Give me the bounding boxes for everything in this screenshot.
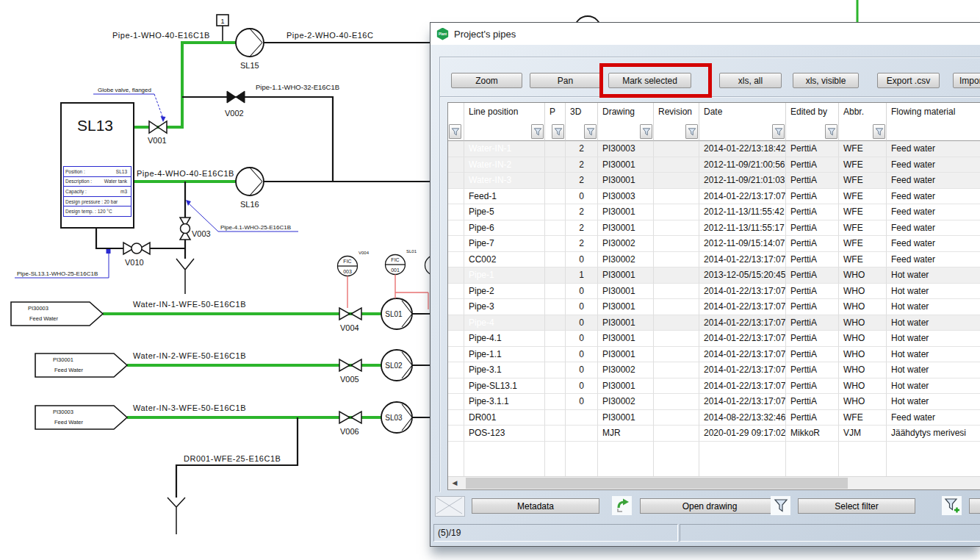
cell-drawing[interactable]: MJR xyxy=(598,426,654,442)
row-header-cell[interactable] xyxy=(448,378,464,395)
table-row[interactable]: Pipe-62PI300012012-11-13/11:55:17PerttiA… xyxy=(448,220,980,237)
cell-drawing[interactable]: PI30001 xyxy=(598,284,654,300)
cell-d3[interactable]: 2 xyxy=(566,173,598,189)
cell-d3[interactable]: 2 xyxy=(566,236,598,252)
cell-d3[interactable]: 0 xyxy=(566,331,598,347)
filter-cell[interactable] xyxy=(786,122,839,141)
cell-d3[interactable]: 0 xyxy=(566,189,598,205)
cell-line[interactable]: Pipe-2 xyxy=(464,284,545,300)
cell-line[interactable]: Pipe-3.1 xyxy=(464,362,545,378)
cell-date[interactable]: 2012-11-09/15:14:07 xyxy=(699,236,786,252)
cell-d3[interactable]: 0 xyxy=(566,299,598,315)
column-header[interactable]: Line position xyxy=(464,103,545,122)
filter-funnel-icon[interactable] xyxy=(825,124,837,139)
cell-abbr[interactable]: WHO xyxy=(839,299,887,315)
cell-revision[interactable] xyxy=(654,204,699,220)
cell-edited_by[interactable]: PerttiA xyxy=(786,394,839,410)
cell-revision[interactable] xyxy=(654,284,699,300)
cell-d3[interactable]: 2 xyxy=(566,220,598,237)
cell-date[interactable]: 2014-01-22/13:17:07 xyxy=(699,362,786,378)
cell-revision[interactable] xyxy=(654,410,699,426)
table-row[interactable]: Pipe-1.10PI300012014-01-22/13:17:07Pertt… xyxy=(448,347,980,363)
cell-line[interactable]: Pipe-7 xyxy=(464,236,545,252)
cell-p[interactable] xyxy=(545,157,566,173)
cell-line[interactable]: Water-IN-1 xyxy=(464,141,545,157)
cell-abbr[interactable]: WFE xyxy=(839,204,887,220)
cell-material[interactable]: Feed water xyxy=(887,141,980,157)
cell-revision[interactable] xyxy=(654,315,699,331)
cell-abbr[interactable]: WHO xyxy=(839,331,887,347)
cell-drawing[interactable]: PI30001 xyxy=(598,204,654,220)
filter-funnel-icon[interactable] xyxy=(873,124,885,139)
cell-abbr[interactable]: WFE xyxy=(839,410,887,426)
cell-d3[interactable]: 2 xyxy=(566,157,598,173)
row-header-cell[interactable] xyxy=(448,426,464,442)
table-row[interactable]: Water-IN-12PI300032014-01-22/13:18:42Per… xyxy=(448,141,980,157)
filter-cell[interactable] xyxy=(839,122,887,141)
cell-revision[interactable] xyxy=(654,252,699,268)
cell-p[interactable] xyxy=(545,252,566,268)
cell-abbr[interactable]: WHO xyxy=(839,284,887,300)
filter-funnel-icon[interactable] xyxy=(685,124,698,139)
column-header[interactable]: 3D xyxy=(566,103,598,122)
cell-edited_by[interactable]: PerttiA xyxy=(786,315,839,331)
cell-revision[interactable] xyxy=(654,426,699,442)
cell-edited_by[interactable]: PerttiA xyxy=(786,173,839,189)
filter-cell[interactable] xyxy=(545,122,566,141)
column-header[interactable]: Date xyxy=(699,103,786,122)
table-row[interactable]: Pipe-20PI300012014-01-22/13:17:07PerttiA… xyxy=(448,284,980,300)
cell-line[interactable]: DR001 xyxy=(464,410,545,426)
column-header[interactable]: Flowing material xyxy=(887,103,980,122)
cell-d3[interactable]: 0 xyxy=(566,362,598,378)
cell-drawing[interactable]: PI30001 xyxy=(598,347,654,363)
cell-p[interactable] xyxy=(545,394,566,410)
table-row[interactable]: DR001PI300012014-08-22/13:32:46PerttiAWF… xyxy=(448,410,980,426)
cell-material[interactable]: Feed water xyxy=(887,157,980,173)
cell-revision[interactable] xyxy=(654,220,699,237)
cell-edited_by[interactable]: PerttiA xyxy=(786,204,839,220)
cell-drawing[interactable]: PI30003 xyxy=(598,141,654,157)
cell-material[interactable]: Feed water xyxy=(887,204,980,220)
cell-edited_by[interactable]: PerttiA xyxy=(786,362,839,378)
cell-d3[interactable]: 2 xyxy=(566,141,598,157)
row-header-cell[interactable] xyxy=(448,347,464,363)
cell-drawing[interactable]: PI30002 xyxy=(598,362,654,378)
cell-drawing[interactable]: PI30002 xyxy=(598,252,654,268)
cell-p[interactable] xyxy=(545,220,566,237)
cell-abbr[interactable]: WHO xyxy=(839,378,887,395)
row-header-cell[interactable] xyxy=(448,220,464,237)
scroll-left-arrow[interactable]: ◀ xyxy=(448,477,461,489)
cell-date[interactable]: 2014-01-22/13:17:07 xyxy=(699,378,786,395)
cell-edited_by[interactable]: PerttiA xyxy=(786,236,839,252)
cell-abbr[interactable]: WFE xyxy=(839,157,887,173)
cell-revision[interactable] xyxy=(654,299,699,315)
table-row[interactable]: Pipe-11PI300012013-12-05/15:20:45PerttiA… xyxy=(448,268,980,284)
filter-funnel-icon[interactable] xyxy=(772,124,785,139)
cell-material[interactable]: Hot water xyxy=(887,347,980,363)
cell-d3[interactable] xyxy=(566,426,598,442)
cell-p[interactable] xyxy=(545,141,566,157)
cell-d3[interactable]: 0 xyxy=(566,284,598,300)
cell-date[interactable]: 2014-01-22/13:17:07 xyxy=(699,394,786,410)
cell-line[interactable]: Pipe-1 xyxy=(464,268,545,284)
cell-p[interactable] xyxy=(545,347,566,363)
cell-drawing[interactable]: PI30001 xyxy=(598,220,654,237)
cell-material[interactable]: Hot water xyxy=(887,362,980,378)
cell-material[interactable]: Hot water xyxy=(887,331,980,347)
cell-edited_by[interactable]: PerttiA xyxy=(786,141,839,157)
cell-edited_by[interactable]: PerttiA xyxy=(786,299,839,315)
cell-edited_by[interactable]: PerttiA xyxy=(786,252,839,268)
cell-material[interactable]: Feed water xyxy=(887,236,980,252)
cell-material[interactable]: Hot water xyxy=(887,299,980,315)
cell-d3[interactable]: 0 xyxy=(566,378,598,395)
cell-material[interactable]: Feed water xyxy=(887,252,980,268)
cell-drawing[interactable]: PI30001 xyxy=(598,378,654,395)
cell-material[interactable]: Feed water xyxy=(887,189,980,205)
cell-edited_by[interactable]: PerttiA xyxy=(786,331,839,347)
table-row[interactable]: Pipe-30PI300012014-01-22/13:17:07PerttiA… xyxy=(448,299,980,315)
cell-edited_by[interactable]: PerttiA xyxy=(786,189,839,205)
xls-visible-button[interactable]: xls, visible xyxy=(793,73,859,88)
cell-p[interactable] xyxy=(545,268,566,284)
cell-date[interactable]: 2013-12-05/15:20:45 xyxy=(699,268,786,284)
cell-material[interactable]: Hot water xyxy=(887,378,980,395)
